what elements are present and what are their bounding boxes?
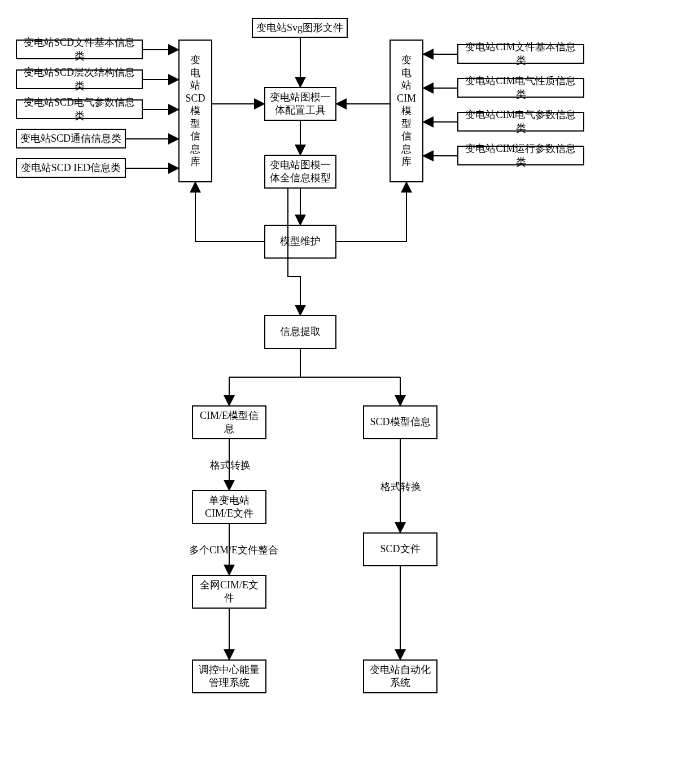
config-tool: 变电站图模一 体配置工具 — [264, 87, 336, 121]
label-format-right: 格式转换 — [379, 480, 422, 493]
scd-model-info: SCD模型信息 — [363, 405, 438, 439]
cim-input-elec: 变电站CIM电气参数信息类 — [457, 112, 584, 132]
scd-input-basic: 变电站SCD文件基本信息类 — [16, 40, 143, 59]
scd-input-comm: 变电站SCD通信信息类 — [16, 129, 126, 148]
single-cime-file: 单变电站 CIM/E文件 — [192, 490, 266, 524]
scd-library: 变电站SCD模型信息库 — [178, 40, 212, 182]
cim-input-basic: 变电站CIM文件基本信息类 — [457, 44, 584, 64]
full-info-model: 变电站图模一 体全信息模型 — [264, 155, 336, 189]
scd-file: SCD文件 — [363, 532, 438, 566]
cim-input-nature: 变电站CIM电气性质信息类 — [457, 78, 584, 98]
sas: 变电站自动化 系统 — [363, 659, 438, 693]
scd-input-hierarchy: 变电站SCD层次结构信息类 — [16, 69, 143, 89]
cime-model-info: CIM/E模型信 息 — [192, 405, 266, 439]
ems: 调控中心能量 管理系统 — [192, 659, 266, 693]
label-format-left: 格式转换 — [209, 458, 252, 472]
label-merge: 多个CIM/E文件整合 — [188, 543, 279, 557]
svg-file: 变电站Svg图形文件 — [252, 18, 348, 38]
cim-library: 变电站CIM模型信息库 — [390, 40, 423, 182]
scd-input-elec: 变电站SCD电气参数信息类 — [16, 99, 143, 119]
scd-input-ied: 变电站SCD IED信息类 — [16, 158, 126, 178]
cim-input-runtime: 变电站CIM运行参数信息类 — [457, 146, 584, 165]
info-extraction: 信息提取 — [264, 315, 336, 349]
model-maintenance: 模型维护 — [264, 225, 336, 259]
full-cime-file: 全网CIM/E文 件 — [192, 575, 266, 609]
